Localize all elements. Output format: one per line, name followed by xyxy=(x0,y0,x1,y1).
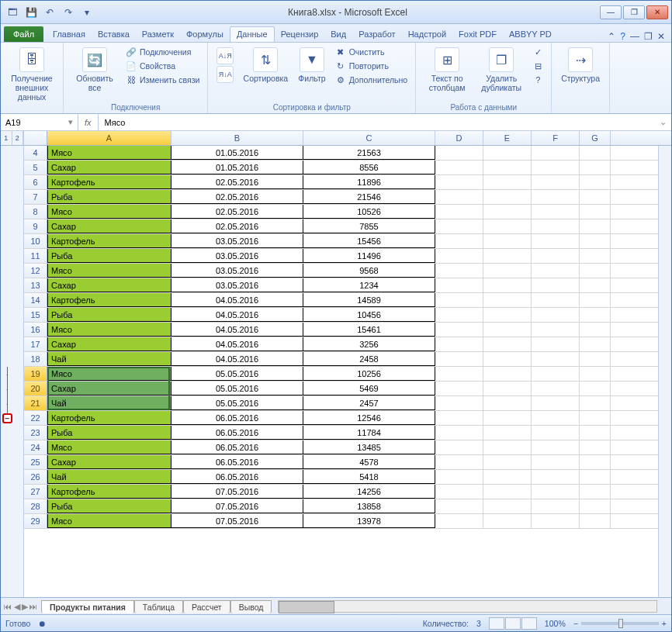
cell[interactable]: 06.05.2016 xyxy=(171,411,303,425)
row-header[interactable]: 26 xyxy=(24,470,47,484)
clear-filter-button[interactable]: ✖Очистить xyxy=(334,46,410,58)
cell[interactable] xyxy=(580,234,611,248)
cell[interactable] xyxy=(435,249,483,263)
row-header[interactable]: 8 xyxy=(24,205,47,219)
cell[interactable] xyxy=(532,308,580,322)
row-header[interactable]: 20 xyxy=(24,382,47,395)
cell[interactable]: 10256 xyxy=(303,367,435,381)
cell[interactable] xyxy=(483,426,532,440)
cell[interactable] xyxy=(435,219,483,233)
cell[interactable]: 4578 xyxy=(303,455,435,469)
cell[interactable] xyxy=(483,264,532,278)
row-header[interactable]: 19 xyxy=(24,367,47,381)
cell[interactable] xyxy=(580,308,611,322)
cell[interactable] xyxy=(483,161,532,174)
cell[interactable] xyxy=(435,264,483,278)
cell[interactable] xyxy=(580,264,611,278)
cell[interactable]: Чай xyxy=(47,396,171,410)
tab-addins[interactable]: Надстрой xyxy=(402,27,452,42)
cell[interactable] xyxy=(483,175,532,189)
cell[interactable]: 5418 xyxy=(303,470,435,484)
save-icon[interactable]: 💾 xyxy=(23,4,40,21)
cell[interactable]: 10526 xyxy=(303,205,435,219)
tab-abbyy[interactable]: ABBYY PD xyxy=(503,27,558,42)
cell[interactable] xyxy=(435,426,483,440)
outline-level-2[interactable]: 2 xyxy=(12,131,24,145)
cell[interactable] xyxy=(483,382,532,395)
cell[interactable]: 05.05.2016 xyxy=(171,396,303,410)
cell[interactable] xyxy=(580,249,611,263)
cell[interactable]: Сахар xyxy=(47,382,171,395)
cell[interactable] xyxy=(532,219,580,233)
row-header[interactable]: 9 xyxy=(24,219,47,233)
undo-icon[interactable]: ↶ xyxy=(41,4,58,21)
cell[interactable] xyxy=(435,308,483,322)
cell[interactable] xyxy=(483,146,532,160)
cell[interactable] xyxy=(580,146,611,160)
cell[interactable]: 15461 xyxy=(303,323,435,337)
cell[interactable] xyxy=(580,485,611,499)
cell[interactable]: 07.05.2016 xyxy=(171,499,303,513)
cell[interactable]: 02.05.2016 xyxy=(171,175,303,189)
cell[interactable]: Мясо xyxy=(47,367,171,381)
cell[interactable] xyxy=(532,234,580,248)
cell[interactable] xyxy=(532,382,580,395)
reapply-button[interactable]: ↻Повторить xyxy=(334,60,410,72)
cell[interactable]: Сахар xyxy=(47,278,171,292)
cell[interactable]: 04.05.2016 xyxy=(171,352,303,366)
whatif-button[interactable]: ? xyxy=(531,74,545,86)
cell[interactable] xyxy=(483,440,532,454)
tab-file[interactable]: Файл xyxy=(4,26,43,42)
namebox-dropdown-icon[interactable]: ▾ xyxy=(68,117,73,127)
doc-close-icon[interactable]: ✕ xyxy=(657,31,665,42)
cell[interactable] xyxy=(532,396,580,410)
outline-level-1[interactable]: 1 xyxy=(1,131,12,145)
cell[interactable] xyxy=(532,190,580,204)
cell[interactable] xyxy=(483,234,532,248)
cell[interactable] xyxy=(532,161,580,174)
cell[interactable] xyxy=(435,323,483,337)
cell[interactable] xyxy=(580,367,611,381)
edit-links-button[interactable]: ⛓Изменить связи xyxy=(124,74,201,86)
tab-view[interactable]: Вид xyxy=(324,27,352,42)
cell[interactable]: Сахар xyxy=(47,337,171,351)
sheet-nav-last-icon[interactable]: ⏭ xyxy=(29,602,38,611)
cell[interactable] xyxy=(435,278,483,292)
row-header[interactable]: 29 xyxy=(24,514,47,528)
tab-review[interactable]: Рецензир xyxy=(275,27,325,42)
macro-record-icon[interactable]: ⏺ xyxy=(38,619,47,628)
cell[interactable]: Рыба xyxy=(47,499,171,513)
cell[interactable] xyxy=(435,455,483,469)
cell[interactable]: 14589 xyxy=(303,293,435,307)
tab-layout[interactable]: Разметк xyxy=(136,27,180,42)
ribbon-minimize-icon[interactable]: ⌃ xyxy=(608,31,615,42)
row-header[interactable]: 13 xyxy=(24,278,47,292)
cell[interactable] xyxy=(532,485,580,499)
cell[interactable] xyxy=(483,278,532,292)
cell[interactable]: 02.05.2016 xyxy=(171,219,303,233)
cell[interactable] xyxy=(532,175,580,189)
cell[interactable]: Мясо xyxy=(47,440,171,454)
cell[interactable] xyxy=(483,455,532,469)
cell[interactable] xyxy=(580,514,611,528)
tab-insert[interactable]: Вставка xyxy=(92,27,136,42)
cell[interactable] xyxy=(483,396,532,410)
cell[interactable]: Рыба xyxy=(47,308,171,322)
cell[interactable]: 21563 xyxy=(303,146,435,160)
cell[interactable]: 05.05.2016 xyxy=(171,367,303,381)
cell[interactable] xyxy=(435,514,483,528)
cell[interactable] xyxy=(580,205,611,219)
tab-data[interactable]: Данные xyxy=(230,26,275,42)
row-header[interactable]: 16 xyxy=(24,323,47,337)
view-normal-button[interactable] xyxy=(489,617,504,630)
cell[interactable] xyxy=(483,323,532,337)
consolidate-button[interactable]: ⊟ xyxy=(531,60,545,72)
row-header[interactable]: 6 xyxy=(24,175,47,189)
sheet-tab[interactable]: Таблица xyxy=(134,600,183,613)
cell[interactable]: 13858 xyxy=(303,499,435,513)
cell[interactable]: 7855 xyxy=(303,219,435,233)
redo-icon[interactable]: ↷ xyxy=(60,4,77,21)
cell[interactable]: Рыба xyxy=(47,249,171,263)
cell[interactable]: 11496 xyxy=(303,249,435,263)
cell[interactable] xyxy=(580,396,611,410)
